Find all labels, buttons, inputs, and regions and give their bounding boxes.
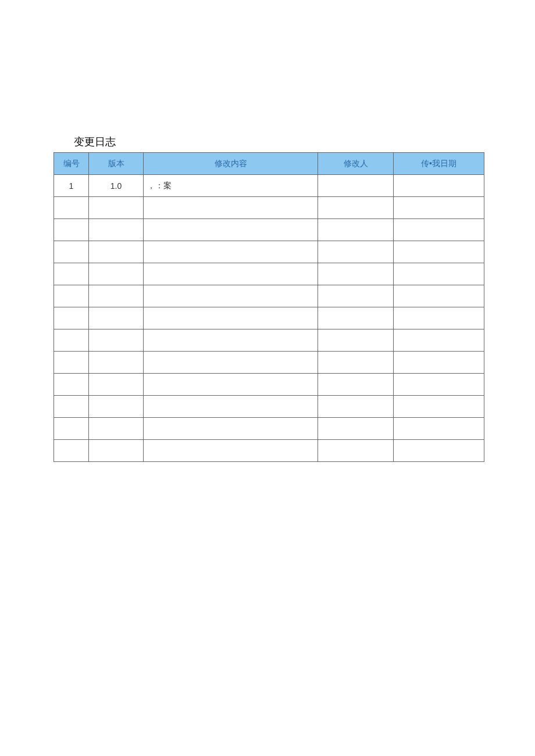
cell-num <box>54 197 89 219</box>
table-row <box>54 396 484 418</box>
cell-modifier <box>318 396 394 418</box>
cell-content <box>144 329 318 352</box>
cell-date <box>394 197 484 219</box>
table-row: 11.0，：案 <box>54 175 484 197</box>
cell-date <box>394 418 484 440</box>
cell-content <box>144 285 318 307</box>
cell-num <box>54 263 89 285</box>
cell-content <box>144 440 318 462</box>
cell-modifier <box>318 219 394 241</box>
cell-num <box>54 285 89 307</box>
cell-num <box>54 418 89 440</box>
cell-content <box>144 241 318 263</box>
table-row <box>54 440 484 462</box>
table-row <box>54 374 484 396</box>
table-header-row: 编号 版本 修改内容 修改人 传•我日期 <box>54 153 484 175</box>
cell-content <box>144 374 318 396</box>
cell-version: 1.0 <box>89 175 144 197</box>
cell-content <box>144 197 318 219</box>
table-row <box>54 329 484 352</box>
header-num: 编号 <box>54 153 89 175</box>
table-row <box>54 241 484 263</box>
table-row <box>54 197 484 219</box>
cell-modifier <box>318 263 394 285</box>
cell-num <box>54 352 89 374</box>
cell-content <box>144 396 318 418</box>
cell-content <box>144 418 318 440</box>
cell-num <box>54 396 89 418</box>
page-title: 变更日志 <box>74 135 484 149</box>
cell-date <box>394 263 484 285</box>
table-row <box>54 307 484 329</box>
cell-num <box>54 219 89 241</box>
changelog-table: 编号 版本 修改内容 修改人 传•我日期 11.0，：案 <box>54 152 484 462</box>
header-version: 版本 <box>89 153 144 175</box>
cell-num <box>54 241 89 263</box>
cell-content <box>144 307 318 329</box>
cell-num <box>54 440 89 462</box>
cell-date <box>394 241 484 263</box>
cell-date <box>394 307 484 329</box>
cell-version <box>89 263 144 285</box>
cell-version <box>89 219 144 241</box>
cell-date <box>394 175 484 197</box>
table-row <box>54 418 484 440</box>
cell-date <box>394 285 484 307</box>
cell-version <box>89 352 144 374</box>
cell-version <box>89 241 144 263</box>
cell-date <box>394 374 484 396</box>
cell-content: ，：案 <box>144 175 318 197</box>
cell-version <box>89 440 144 462</box>
cell-date <box>394 219 484 241</box>
cell-version <box>89 418 144 440</box>
cell-content <box>144 352 318 374</box>
header-content: 修改内容 <box>144 153 318 175</box>
cell-modifier <box>318 418 394 440</box>
cell-num: 1 <box>54 175 89 197</box>
cell-version <box>89 285 144 307</box>
document-container: 变更日志 编号 版本 修改内容 修改人 传•我日期 11.0，：案 <box>54 135 484 462</box>
cell-version <box>89 374 144 396</box>
cell-modifier <box>318 197 394 219</box>
cell-date <box>394 329 484 352</box>
table-row <box>54 285 484 307</box>
cell-date <box>394 352 484 374</box>
cell-date <box>394 396 484 418</box>
cell-modifier <box>318 241 394 263</box>
cell-num <box>54 307 89 329</box>
cell-modifier <box>318 175 394 197</box>
cell-version <box>89 329 144 352</box>
table-row <box>54 219 484 241</box>
cell-content <box>144 219 318 241</box>
cell-version <box>89 396 144 418</box>
cell-version <box>89 307 144 329</box>
table-row <box>54 263 484 285</box>
header-modifier: 修改人 <box>318 153 394 175</box>
cell-date <box>394 440 484 462</box>
cell-modifier <box>318 329 394 352</box>
cell-modifier <box>318 440 394 462</box>
cell-modifier <box>318 285 394 307</box>
cell-modifier <box>318 374 394 396</box>
cell-num <box>54 374 89 396</box>
cell-content <box>144 263 318 285</box>
table-row <box>54 352 484 374</box>
cell-num <box>54 329 89 352</box>
cell-modifier <box>318 352 394 374</box>
table-body: 11.0，：案 <box>54 175 484 462</box>
cell-modifier <box>318 307 394 329</box>
header-date: 传•我日期 <box>394 153 484 175</box>
cell-version <box>89 197 144 219</box>
